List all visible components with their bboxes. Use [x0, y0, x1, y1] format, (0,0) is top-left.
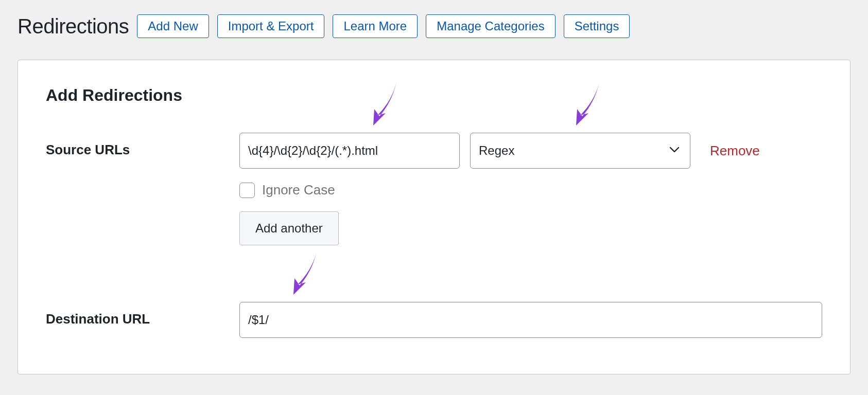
destination-url-line [239, 302, 822, 338]
ignore-case-row: Ignore Case [239, 182, 822, 198]
source-url-row: Source URLs Regex [46, 133, 822, 245]
settings-button[interactable]: Settings [564, 14, 630, 38]
match-type-select[interactable]: Regex [470, 133, 690, 169]
destination-url-label: Destination URL [46, 302, 226, 327]
card-heading: Add Redirections [46, 86, 822, 105]
destination-url-input[interactable] [239, 302, 822, 338]
page-title: Redirections [18, 15, 129, 38]
annotation-arrow-icon [288, 250, 324, 297]
remove-source-link[interactable]: Remove [710, 143, 760, 159]
source-url-line: Regex Remove [239, 133, 822, 169]
learn-more-button[interactable]: Learn More [333, 14, 418, 38]
match-type-value[interactable]: Regex [470, 133, 690, 169]
add-redirection-card: Add Redirections Source URLs Regex [18, 60, 850, 374]
manage-categories-button[interactable]: Manage Categories [426, 14, 555, 38]
page-header: Redirections Add New Import & Export Lea… [18, 14, 850, 38]
ignore-case-checkbox[interactable] [239, 183, 255, 198]
add-another-button[interactable]: Add another [239, 211, 339, 245]
source-url-input[interactable] [239, 133, 460, 169]
destination-url-row: Destination URL [46, 302, 822, 338]
ignore-case-label: Ignore Case [262, 182, 335, 198]
add-new-button[interactable]: Add New [137, 14, 209, 38]
source-urls-label: Source URLs [46, 133, 226, 158]
import-export-button[interactable]: Import & Export [217, 14, 325, 38]
